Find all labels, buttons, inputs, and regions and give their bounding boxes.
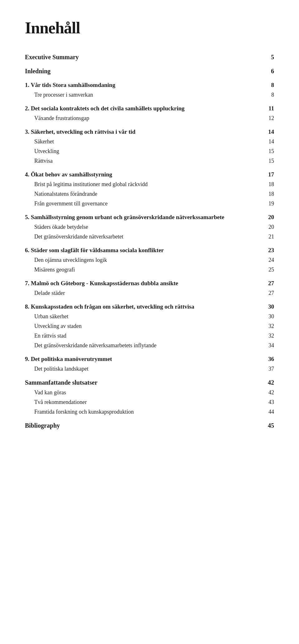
entry-page: 36 bbox=[262, 356, 274, 363]
entry-page: 17 bbox=[262, 171, 274, 178]
toc-entry[interactable]: 6. Städer som slagfält för våldsamma soc… bbox=[25, 245, 274, 255]
sub-entry-text: Städers ökade betydelse bbox=[25, 224, 262, 230]
entry-text: 6. Städer som slagfält för våldsamma soc… bbox=[25, 247, 262, 254]
toc-group: 4. Ökat behov av samhällsstyrning17Brist… bbox=[25, 170, 274, 209]
sub-entry-page: 21 bbox=[262, 233, 274, 240]
entry-text: 8. Kunskapsstaden och frågan om säkerhet… bbox=[25, 303, 262, 310]
toc-group: 3. Säkerhet, utveckling och rättvisa i v… bbox=[25, 127, 274, 166]
entry-text: 5. Samhällsstyrning genom urbant och grä… bbox=[25, 214, 262, 221]
entry-page: 30 bbox=[262, 303, 274, 310]
entry-text: 3. Säkerhet, utveckling och rättvisa i v… bbox=[25, 128, 262, 135]
entry-page: 42 bbox=[262, 379, 274, 386]
toc-group: Inledning6 bbox=[25, 66, 274, 76]
toc-group: Sammanfattande slutsatser42Vad kan göras… bbox=[25, 377, 274, 417]
toc-group: 8. Kunskapsstaden och frågan om säkerhet… bbox=[25, 302, 274, 350]
sub-entry-page: 14 bbox=[262, 138, 274, 145]
sub-entry-page: 25 bbox=[262, 267, 274, 273]
toc-group: Executive Summary5 bbox=[25, 52, 274, 62]
toc-entry[interactable]: 1. Vår tids Stora samhällsomdaning8 bbox=[25, 80, 274, 90]
toc-group: 7. Malmö och Göteborg - Kunskapsstäderna… bbox=[25, 278, 274, 298]
sub-entry-page: 15 bbox=[262, 148, 274, 155]
toc-sub-entry[interactable]: Tre processer i samverkan8 bbox=[25, 90, 274, 100]
toc-sub-entry[interactable]: Vad kan göras42 bbox=[25, 388, 274, 397]
toc-sub-entry[interactable]: Säkerhet14 bbox=[25, 137, 274, 147]
toc-entry[interactable]: 8. Kunskapsstaden och frågan om säkerhet… bbox=[25, 302, 274, 312]
entry-page: 45 bbox=[262, 422, 274, 429]
toc-sub-entry[interactable]: Växande frustrationsgap12 bbox=[25, 113, 274, 123]
sub-entry-text: Misärens geografi bbox=[25, 267, 262, 273]
entry-page: 23 bbox=[262, 247, 274, 254]
entry-text: 2. Det sociala kontraktets och det civil… bbox=[25, 105, 262, 112]
sub-entry-text: Från government till governance bbox=[25, 200, 262, 207]
sub-entry-text: Det politiska landskapet bbox=[25, 366, 262, 372]
toc-entry[interactable]: Bibliography45 bbox=[25, 421, 274, 431]
toc-entry[interactable]: Sammanfattande slutsatser42 bbox=[25, 377, 274, 388]
sub-entry-page: 20 bbox=[262, 224, 274, 230]
sub-entry-text: Vad kan göras bbox=[25, 389, 262, 396]
sub-entry-page: 34 bbox=[262, 342, 274, 349]
toc-sub-entry[interactable]: Det gränsöverskridande nätverksarbetet21 bbox=[25, 232, 274, 242]
toc-entry[interactable]: 7. Malmö och Göteborg - Kunskapsstäderna… bbox=[25, 278, 274, 288]
sub-entry-text: Säkerhet bbox=[25, 138, 262, 145]
entry-page: 14 bbox=[262, 128, 274, 135]
entry-text: 4. Ökat behov av samhällsstyrning bbox=[25, 171, 262, 178]
toc-sub-entry[interactable]: Utveckling av staden32 bbox=[25, 321, 274, 331]
page-title: Innehåll bbox=[25, 19, 274, 37]
toc-entry[interactable]: 4. Ökat behov av samhällsstyrning17 bbox=[25, 170, 274, 180]
toc-sub-entry[interactable]: Rättvisa15 bbox=[25, 156, 274, 166]
sub-entry-text: En rättvis stad bbox=[25, 333, 262, 339]
toc-entry[interactable]: 5. Samhällsstyrning genom urbant och grä… bbox=[25, 212, 274, 222]
sub-entry-text: Två rekommendationer bbox=[25, 399, 262, 406]
entry-page: 11 bbox=[262, 105, 274, 112]
sub-entry-text: Utveckling av staden bbox=[25, 323, 262, 329]
toc-sub-entry[interactable]: Två rekommendationer43 bbox=[25, 397, 274, 407]
toc-sub-entry[interactable]: Utveckling15 bbox=[25, 147, 274, 156]
sub-entry-text: Nationalstatens förändrande bbox=[25, 191, 262, 197]
sub-entry-page: 32 bbox=[262, 323, 274, 329]
toc-sub-entry[interactable]: Nationalstatens förändrande18 bbox=[25, 189, 274, 199]
toc-sub-entry[interactable]: Från government till governance19 bbox=[25, 199, 274, 209]
toc-sub-entry[interactable]: Den ojämna utvecklingens logik24 bbox=[25, 255, 274, 265]
entry-text: 1. Vår tids Stora samhällsomdaning bbox=[25, 82, 262, 89]
toc-sub-entry[interactable]: Det politiska landskapet37 bbox=[25, 364, 274, 374]
toc-sub-entry[interactable]: Delade städer27 bbox=[25, 288, 274, 298]
sub-entry-page: 32 bbox=[262, 333, 274, 339]
toc-sub-entry[interactable]: Framtida forskning och kunskapsproduktio… bbox=[25, 407, 274, 417]
entry-text: 9. Det politiska manöverutrymmet bbox=[25, 356, 262, 363]
toc-group: 5. Samhällsstyrning genom urbant och grä… bbox=[25, 212, 274, 242]
toc-sub-entry[interactable]: En rättvis stad32 bbox=[25, 331, 274, 341]
toc-sub-entry[interactable]: Misärens geografi25 bbox=[25, 265, 274, 275]
toc-entry[interactable]: Inledning6 bbox=[25, 66, 274, 76]
sub-entry-page: 30 bbox=[262, 313, 274, 320]
entry-page: 27 bbox=[262, 280, 274, 287]
toc-sub-entry[interactable]: Brist på legitima institutioner med glob… bbox=[25, 180, 274, 189]
entry-page: 6 bbox=[262, 68, 274, 75]
toc-group: 2. Det sociala kontraktets och det civil… bbox=[25, 103, 274, 123]
toc-sub-entry[interactable]: Det gränsöverskridande nätverksamarbetet… bbox=[25, 341, 274, 350]
entry-text: Inledning bbox=[25, 68, 262, 75]
sub-entry-page: 15 bbox=[262, 158, 274, 164]
sub-entry-page: 43 bbox=[262, 399, 274, 406]
sub-entry-text: Tre processer i samverkan bbox=[25, 92, 262, 98]
entry-page: 20 bbox=[262, 214, 274, 221]
toc-sub-entry[interactable]: Urban säkerhet30 bbox=[25, 312, 274, 321]
toc-entry[interactable]: 9. Det politiska manöverutrymmet36 bbox=[25, 354, 274, 364]
entry-text: Bibliography bbox=[25, 422, 262, 429]
sub-entry-page: 18 bbox=[262, 181, 274, 188]
toc-group: 6. Städer som slagfält för våldsamma soc… bbox=[25, 245, 274, 275]
sub-entry-page: 24 bbox=[262, 257, 274, 263]
toc-entry[interactable]: 3. Säkerhet, utveckling och rättvisa i v… bbox=[25, 127, 274, 137]
sub-entry-page: 44 bbox=[262, 409, 274, 415]
sub-entry-text: Det gränsöverskridande nätverksamarbetet… bbox=[25, 342, 262, 349]
sub-entry-text: Den ojämna utvecklingens logik bbox=[25, 257, 262, 263]
sub-entry-text: Delade städer bbox=[25, 290, 262, 296]
toc-group: 9. Det politiska manöverutrymmet36Det po… bbox=[25, 354, 274, 374]
sub-entry-text: Brist på legitima institutioner med glob… bbox=[25, 181, 262, 188]
entry-text: Sammanfattande slutsatser bbox=[25, 379, 262, 386]
toc-entry[interactable]: 2. Det sociala kontraktets och det civil… bbox=[25, 103, 274, 113]
toc-sub-entry[interactable]: Städers ökade betydelse20 bbox=[25, 222, 274, 232]
table-of-contents: Executive Summary5Inledning61. Vår tids … bbox=[25, 52, 274, 431]
sub-entry-page: 8 bbox=[262, 92, 274, 98]
toc-entry[interactable]: Executive Summary5 bbox=[25, 52, 274, 62]
sub-entry-text: Urban säkerhet bbox=[25, 313, 262, 320]
